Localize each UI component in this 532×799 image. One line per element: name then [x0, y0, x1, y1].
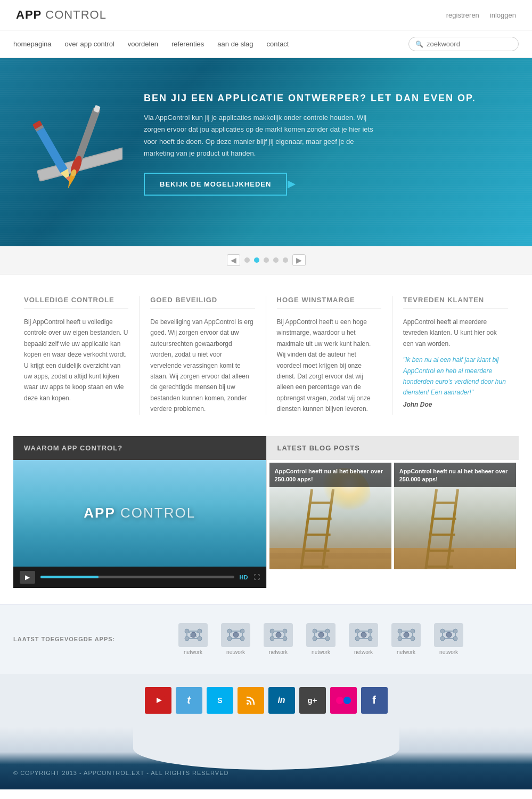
hd-label: HD	[240, 574, 248, 580]
svg-point-33	[198, 629, 202, 633]
linkedin-button[interactable]: in	[268, 687, 295, 714]
svg-point-72	[355, 629, 359, 633]
slider-next[interactable]: ▶	[292, 254, 306, 266]
bottom-grid: WAAROM APP CONTROL? APP CONTROL ▶ HD ⛶ L…	[13, 436, 519, 588]
youtube-button[interactable]	[145, 687, 171, 714]
video-logo-bold: APP	[84, 505, 115, 521]
search-input[interactable]	[427, 40, 512, 48]
slider-dot-1[interactable]	[244, 257, 250, 263]
svg-point-85	[404, 632, 409, 637]
logo-light: CONTROL	[42, 8, 107, 21]
nav-contact[interactable]: contact	[267, 40, 289, 48]
register-link[interactable]: registreren	[446, 11, 479, 19]
app-icon-label-4: network	[312, 649, 330, 655]
progress-bar[interactable]	[40, 576, 234, 578]
svg-point-49	[233, 632, 239, 637]
twitter-button[interactable]: t	[176, 687, 202, 714]
app-icon-4[interactable]: network	[302, 620, 340, 658]
svg-point-67	[318, 632, 324, 637]
app-icon-7[interactable]: network	[430, 620, 468, 658]
app-icon-img-2	[221, 623, 250, 647]
blog-overlay-2: AppControl heeft nu al het beheer over 2…	[394, 463, 516, 487]
slider-dot-2[interactable]	[254, 257, 259, 263]
nav-references[interactable]: referenties	[171, 40, 204, 48]
svg-point-35	[198, 636, 202, 641]
video-logo: APP CONTROL	[84, 505, 195, 521]
blog-post-1[interactable]: AppControl heeft nu al het beheer over 2…	[269, 463, 391, 569]
feature-clients-author: John Doe	[403, 401, 508, 408]
svg-point-105	[343, 697, 351, 704]
slider-dot-5[interactable]	[283, 257, 288, 263]
svg-point-83	[398, 636, 402, 641]
hero-image	[16, 85, 122, 204]
feature-control-text: Bij AppControl heeft u volledige control…	[24, 317, 128, 403]
feature-security: GOED BEVEILIGD De beveiliging van AppCon…	[140, 296, 266, 415]
slider-prev[interactable]: ◀	[227, 254, 240, 266]
svg-line-16	[301, 489, 312, 569]
social-section: t S in g+ f	[0, 674, 532, 727]
nav-home[interactable]: homepagina	[13, 40, 52, 48]
svg-point-66	[325, 636, 330, 641]
hero-cta-button[interactable]: BEKIJK DE MOGELIJKHEDEN	[144, 173, 287, 196]
svg-point-103	[247, 703, 249, 705]
header-links: registreren inloggen	[446, 11, 516, 19]
nav-benefits[interactable]: voordelen	[128, 40, 158, 48]
flickr-button[interactable]	[330, 687, 357, 714]
apps-section: LAATST TOEGEVOEGDE APPS:	[0, 604, 532, 674]
login-link[interactable]: inloggen	[490, 11, 516, 19]
feature-profit-title: HOGE WINSTMARGE	[277, 296, 381, 309]
svg-point-36	[191, 632, 196, 637]
svg-point-94	[446, 632, 452, 637]
app-icon-label-7: network	[439, 649, 458, 655]
svg-point-47	[227, 636, 232, 641]
svg-point-91	[453, 629, 457, 633]
app-icon-5[interactable]: network	[345, 620, 382, 658]
footer: © COPYRIGHT 2013 - APPCONTROL.EXT - ALL …	[0, 727, 532, 789]
svg-point-34	[185, 636, 189, 641]
feature-security-title: GOED BEVEILIGD	[150, 296, 255, 309]
fullscreen-button[interactable]: ⛶	[253, 574, 260, 581]
svg-point-75	[368, 636, 372, 641]
feature-clients-quote: "Ik ben nu al een half jaar klant bij Ap…	[403, 354, 508, 398]
feature-profit: HOGE WINSTMARGE Bij AppControl heeft u e…	[266, 296, 392, 415]
play-button[interactable]: ▶	[20, 571, 35, 584]
svg-line-25	[425, 489, 436, 569]
apps-icons: network network	[123, 620, 519, 658]
skype-button[interactable]: S	[207, 687, 233, 714]
video-header: WAAROM APP CONTROL?	[13, 436, 266, 460]
googleplus-icon: g+	[308, 696, 317, 705]
app-icon-label-6: network	[397, 649, 415, 655]
nav-about[interactable]: over app control	[65, 40, 114, 48]
app-icon-2[interactable]: network	[217, 620, 255, 658]
app-icon-3[interactable]: network	[260, 620, 297, 658]
app-icon-6[interactable]: network	[388, 620, 425, 658]
svg-point-46	[240, 629, 244, 633]
app-icon-label-5: network	[354, 649, 373, 655]
svg-rect-24	[394, 548, 516, 569]
slider-dot-3[interactable]	[264, 257, 269, 263]
facebook-button[interactable]: f	[361, 687, 388, 714]
svg-point-92	[440, 636, 445, 641]
svg-point-74	[355, 636, 359, 641]
search-box[interactable]: 🔍	[408, 37, 519, 51]
app-icon-1[interactable]: network	[175, 620, 212, 658]
svg-line-17	[322, 489, 333, 569]
blog-section: LATEST BLOG POSTS	[266, 436, 519, 588]
svg-point-48	[240, 636, 244, 641]
slider-dot-4[interactable]	[273, 257, 279, 263]
hero-title: BEN JIJ EEN APPLICATIE ONTWERPER? LET DA…	[144, 93, 516, 104]
video-player[interactable]: APP CONTROL	[13, 460, 266, 567]
search-icon: 🔍	[415, 41, 423, 48]
blog-title: LATEST BLOG POSTS	[277, 444, 360, 452]
svg-point-76	[361, 632, 366, 637]
nav-getstarted[interactable]: aan de slag	[217, 40, 253, 48]
blog-post-2[interactable]: AppControl heeft nu al het beheer over 2…	[394, 463, 516, 569]
video-logo-light: CONTROL	[116, 505, 195, 521]
rss-button[interactable]	[238, 687, 264, 714]
app-icon-img-3	[264, 623, 293, 647]
blog-header: LATEST BLOG POSTS	[267, 436, 519, 460]
app-icon-label-2: network	[226, 649, 245, 655]
googleplus-button[interactable]: g+	[299, 687, 326, 714]
hero-banner: BEN JIJ EEN APPLICATIE ONTWERPER? LET DA…	[0, 58, 532, 246]
blog-overlay-text-1: AppControl heeft nu al het beheer over 2…	[275, 468, 383, 482]
